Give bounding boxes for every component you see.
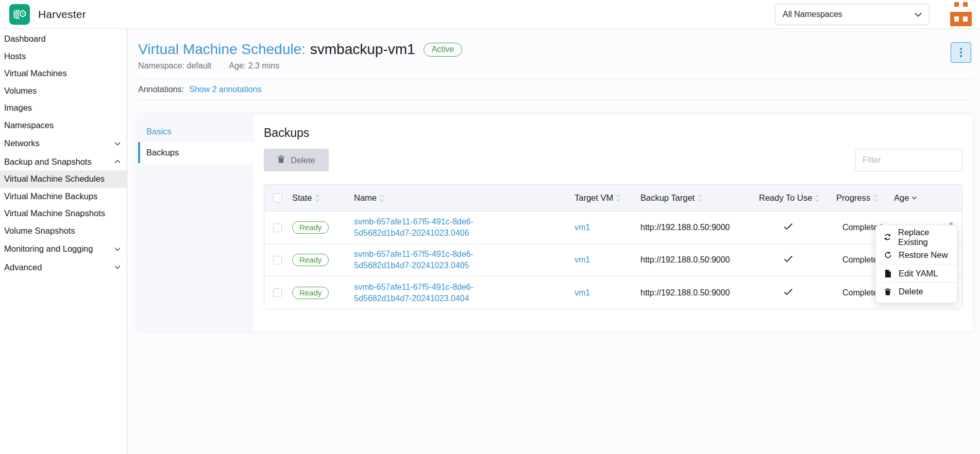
sidebar-item-virtual-machine-backups[interactable]: Virtual Machine Backups — [0, 188, 127, 205]
sidebar-item-virtual-machines[interactable]: Virtual Machines — [0, 65, 127, 82]
chevron-down-icon — [915, 10, 922, 19]
sidebar-item-dashboard[interactable]: Dashboard — [0, 30, 127, 48]
app-title: Harvester — [38, 8, 86, 21]
table-row: Ready svmb-657afe11-67f5-491c-8de6-5d568… — [264, 244, 962, 276]
sidebar-item-virtual-machine-snapshots[interactable]: Virtual Machine Snapshots — [0, 205, 127, 222]
chevron-up-icon — [114, 160, 121, 164]
checkmark-icon — [784, 255, 793, 265]
namespace-selector[interactable]: All Namespaces — [775, 4, 930, 25]
show-annotations-link[interactable]: Show 2 annotations — [189, 85, 262, 94]
column-header-state[interactable]: State — [288, 193, 350, 203]
select-all-checkbox[interactable] — [273, 194, 282, 202]
annotations-bar: Annotations: Show 2 annotations — [138, 79, 973, 100]
trash-icon — [884, 288, 892, 295]
sidebar-item-images[interactable]: Images — [0, 99, 127, 117]
tab-backups[interactable]: Backups — [138, 142, 254, 163]
backups-table: State Name Target VM Backup Target — [264, 184, 962, 309]
sidebar-item-hosts[interactable]: Hosts — [0, 48, 127, 65]
main-content: Virtual Machine Schedule: svmbackup-vm1 … — [127, 29, 980, 454]
sidebar-group-monitoring-and-logging[interactable]: Monitoring and Logging — [0, 240, 127, 258]
column-header-age[interactable]: Age — [890, 193, 962, 203]
user-avatar[interactable] — [950, 2, 972, 26]
checkmark-icon — [784, 223, 793, 232]
tab-basics[interactable]: Basics — [138, 121, 254, 142]
sort-icon — [697, 194, 702, 202]
column-header-target-vm[interactable]: Target VM — [570, 193, 636, 203]
sort-icon — [315, 194, 320, 202]
sort-icon — [379, 194, 384, 202]
annotations-label: Annotations: — [138, 85, 184, 94]
target-vm-link[interactable]: vm1 — [575, 288, 590, 298]
sidebar: Dashboard Hosts Virtual Machines Volumes… — [0, 29, 127, 454]
page-actions-menu-button[interactable] — [951, 42, 971, 63]
backup-target-value: http://192.188.0.50:9000 — [640, 288, 730, 298]
table-row: Ready svmb-657afe11-67f5-491c-8de6-5d568… — [264, 276, 962, 309]
backup-name-link[interactable]: svmb-657afe11-67f5-491c-8de6-5d5682d1b4d… — [354, 216, 520, 238]
filter-input[interactable] — [855, 149, 962, 171]
state-badge: Ready — [292, 287, 329, 299]
sidebar-group-advanced[interactable]: Advanced — [0, 259, 127, 276]
column-header-name[interactable]: Name — [350, 193, 570, 203]
namespace-text: Namespace: default — [138, 61, 211, 71]
backup-name-link[interactable]: svmb-657afe11-67f5-491c-8de6-5d5682d1b4d… — [354, 249, 520, 271]
state-badge: Ready — [292, 221, 329, 234]
status-badge: Active — [424, 43, 463, 57]
row-checkbox[interactable] — [273, 223, 282, 232]
namespace-selector-value: All Namespaces — [783, 10, 915, 19]
table-row: Ready svmb-657afe11-67f5-491c-8de6-5d568… — [264, 212, 962, 244]
detail-tab-card: Basics Backups Backups Delete — [138, 115, 973, 331]
target-vm-link[interactable]: vm1 — [575, 255, 590, 265]
chevron-down-icon — [114, 265, 121, 269]
chevron-down-icon — [114, 247, 121, 251]
state-badge: Ready — [292, 254, 329, 266]
page-title-type-link[interactable]: Virtual Machine Schedule: — [138, 41, 306, 58]
table-header-row: State Name Target VM Backup Target — [264, 185, 962, 212]
top-bar: Harvester All Namespaces — [0, 0, 980, 29]
refresh-icon — [884, 233, 891, 241]
sidebar-item-virtual-machine-schedules[interactable]: Virtual Machine Schedules — [0, 170, 127, 188]
delete-button[interactable]: Delete — [264, 149, 329, 171]
backup-name-link[interactable]: svmb-657afe11-67f5-491c-8de6-5d5682d1b4d… — [354, 282, 520, 304]
sidebar-item-namespaces[interactable]: Namespaces — [0, 117, 127, 134]
sort-icon — [616, 194, 621, 202]
sort-icon — [873, 194, 878, 202]
tab-list: Basics Backups — [138, 115, 254, 331]
menu-item-replace-existing[interactable]: Replace Existing — [876, 228, 957, 246]
row-action-menu: Replace Existing Restore New Edit YAML D… — [875, 225, 957, 303]
harvester-logo-icon — [9, 4, 30, 25]
age-text: Age: 2.3 mins — [229, 61, 279, 71]
column-header-ready-to-use[interactable]: Ready To Use — [755, 193, 832, 203]
backups-heading: Backups — [264, 126, 962, 140]
sidebar-group-networks[interactable]: Networks — [0, 135, 127, 152]
sort-descending-icon — [911, 196, 917, 200]
menu-item-restore-new[interactable]: Restore New — [876, 246, 957, 264]
sidebar-group-backup-and-snapshots[interactable]: Backup and Snapshots — [0, 153, 127, 171]
restore-icon — [884, 251, 892, 259]
backup-target-value: http://192.188.0.50:9000 — [640, 255, 730, 265]
target-vm-link[interactable]: vm1 — [575, 223, 590, 232]
trash-icon — [277, 155, 285, 165]
tab-panel-backups: Backups Delete State — [254, 115, 973, 331]
menu-item-edit-yaml[interactable]: Edit YAML — [876, 264, 957, 282]
sidebar-item-volumes[interactable]: Volumes — [0, 82, 127, 100]
row-checkbox[interactable] — [273, 288, 282, 297]
column-header-progress[interactable]: Progress — [832, 193, 890, 203]
checkmark-icon — [784, 288, 793, 298]
page-title-name: svmbackup-vm1 — [310, 41, 415, 58]
menu-item-delete[interactable]: Delete — [876, 282, 957, 300]
sort-icon — [815, 194, 820, 202]
file-icon — [884, 270, 892, 277]
backup-target-value: http://192.188.0.50:9000 — [640, 223, 730, 232]
row-checkbox[interactable] — [273, 256, 282, 265]
chevron-down-icon — [114, 142, 121, 146]
column-header-backup-target[interactable]: Backup Target — [636, 193, 755, 203]
sidebar-item-volume-snapshots[interactable]: Volume Snapshots — [0, 222, 127, 240]
